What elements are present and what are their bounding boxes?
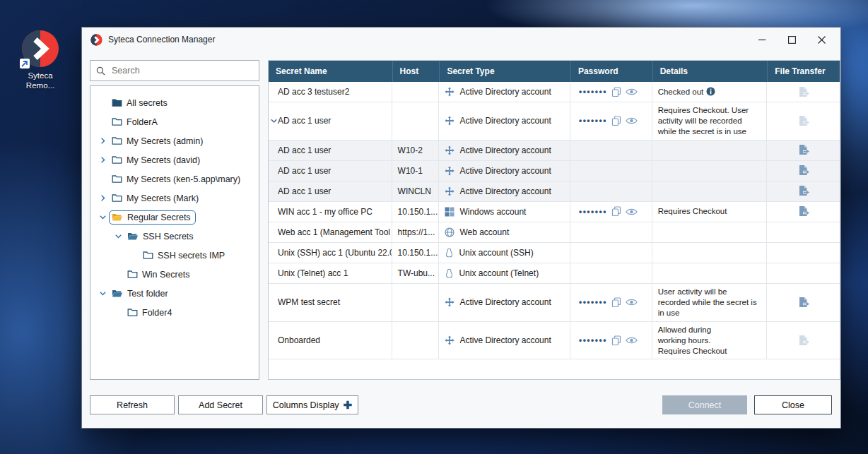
column-header-password[interactable]: Password — [570, 61, 652, 82]
search-input[interactable] — [110, 65, 253, 76]
tree-item-ssh-secrets[interactable]: SSH Secrets — [90, 227, 259, 246]
file-transfer-cell — [767, 202, 840, 222]
password-cell: ••••••• — [570, 102, 652, 140]
table-row[interactable]: AD acc 1 userActive Directory account•••… — [269, 102, 840, 141]
file-transfer-icon[interactable] — [797, 144, 810, 156]
column-header-secret-name[interactable]: Secret Name — [269, 61, 392, 82]
close-icon[interactable] — [807, 28, 836, 52]
file-transfer-cell — [767, 243, 840, 263]
host-cell: TW-ubu... — [392, 263, 440, 283]
secret-type-label: Active Directory account — [459, 166, 551, 176]
tree-item-test-folder[interactable]: Test folder — [90, 284, 259, 303]
active-directory-icon — [445, 116, 454, 126]
plus-icon: ✚ — [344, 400, 353, 410]
password-cell: ••••••• — [570, 322, 652, 359]
secret-type-label: Active Directory account — [459, 186, 551, 196]
folder-outline-icon — [127, 270, 138, 279]
tree-item-label: SSH secrets IMP — [158, 251, 225, 261]
file-transfer-cell — [767, 161, 840, 181]
file-transfer-icon[interactable] — [797, 205, 810, 217]
copy-password-icon[interactable] — [611, 206, 621, 217]
search-icon — [96, 66, 105, 76]
tree-item-label: My Secrets (admin) — [127, 136, 203, 146]
copy-password-icon[interactable] — [611, 116, 621, 126]
column-header-host[interactable]: Host — [392, 61, 440, 82]
details-cell — [652, 243, 768, 263]
tree-item-folder4[interactable]: Folder4 — [90, 303, 259, 322]
columns-display-button[interactable]: Columns Display✚ — [266, 395, 358, 414]
copy-password-icon[interactable] — [611, 297, 621, 308]
file-transfer-icon-disabled — [797, 335, 810, 347]
copy-password-icon[interactable] — [611, 87, 621, 97]
info-icon[interactable] — [706, 87, 715, 96]
tree-item-all-secrets[interactable]: All secrets — [90, 93, 259, 112]
tree-item-my-secrets-ken-5-app-mary[interactable]: My Secrets (ken-5.app\mary) — [90, 169, 259, 189]
tree-item-my-secrets-david[interactable]: My Secrets (david) — [90, 150, 259, 169]
secret-type-label: Unix account (Telnet) — [459, 268, 539, 278]
table-row[interactable]: AD acc 3 testuser2Active Directory accou… — [269, 82, 840, 102]
table-row[interactable]: AD acc 1 userW10-1Active Directory accou… — [269, 161, 840, 181]
chevron-down-icon[interactable] — [112, 232, 124, 240]
windows-icon — [445, 207, 454, 217]
copy-password-icon[interactable] — [611, 335, 621, 346]
host-cell: W10-1 — [392, 161, 440, 181]
refresh-button[interactable]: Refresh — [90, 395, 175, 414]
file-transfer-cell — [767, 263, 840, 283]
folder-outline-icon — [127, 308, 138, 317]
unix-icon — [445, 248, 454, 258]
connect-button[interactable]: Connect — [662, 395, 747, 414]
file-transfer-icon[interactable] — [797, 185, 810, 197]
table-row[interactable]: WIN acc 1 - my office PC10.150.1...Windo… — [269, 202, 840, 222]
active-directory-icon — [445, 335, 454, 345]
secret-type-cell: Windows account — [439, 202, 570, 222]
file-transfer-icon[interactable] — [797, 297, 810, 309]
tree-item-ssh-secrets-imp[interactable]: SSH secrets IMP — [90, 246, 259, 265]
maximize-icon[interactable] — [777, 28, 807, 52]
secret-type-cell: Active Directory account — [439, 161, 570, 181]
tree-item-label: Regular Secrets — [127, 213, 191, 222]
chevron-down-icon[interactable] — [97, 289, 109, 297]
tree-item-my-secrets-admin[interactable]: My Secrets (admin) — [90, 131, 259, 150]
table-row[interactable]: Web acc 1 (Management Toolhttps://1...We… — [269, 222, 840, 243]
table-row[interactable]: Unix (Telnet) acc 1TW-ubu...Unix account… — [269, 263, 840, 284]
chevron-right-icon[interactable] — [97, 194, 109, 202]
file-transfer-icon[interactable] — [797, 165, 810, 177]
show-password-eye-icon[interactable] — [626, 336, 638, 345]
minimize-icon[interactable] — [747, 28, 777, 52]
tree-item-label: Test folder — [127, 289, 168, 299]
desktop-shortcut-syteca[interactable]: Syteca Remo... — [8, 30, 72, 91]
chevron-down-icon[interactable] — [97, 213, 109, 221]
show-password-eye-icon[interactable] — [626, 298, 638, 306]
table-row[interactable]: AD acc 1 userWINCLNActive Directory acco… — [269, 181, 840, 202]
tree-item-label: All secrets — [127, 98, 168, 108]
password-cell — [570, 141, 652, 160]
tree-item-win-secrets[interactable]: Win Secrets — [90, 265, 259, 284]
column-header-file-transfer[interactable]: File Transfer — [767, 61, 840, 82]
secret-name-cell: Unix (SSH) acc 1 (Ubuntu 22.0 — [269, 243, 392, 263]
secret-type-label: Active Directory account — [459, 87, 551, 97]
close-button[interactable]: Close — [754, 395, 832, 414]
show-password-eye-icon[interactable] — [626, 88, 638, 96]
details-cell: Checked out — [652, 82, 768, 102]
chevron-right-icon[interactable] — [97, 156, 109, 164]
tree-item-label: My Secrets (david) — [127, 155, 200, 165]
add-secret-button[interactable]: Add Secret — [178, 395, 263, 414]
column-header-details[interactable]: Details — [652, 61, 768, 82]
tree-item-foldera[interactable]: FolderA — [90, 112, 259, 131]
tree-item-my-secrets-mark[interactable]: My Secrets (Mark) — [90, 189, 259, 208]
window-title: Syteca Connection Manager — [108, 35, 215, 44]
tree-item-regular-secrets[interactable]: Regular Secrets — [90, 208, 259, 227]
show-password-eye-icon[interactable] — [626, 208, 638, 216]
chevron-right-icon[interactable] — [97, 137, 109, 145]
secrets-table: Secret NameHostSecret TypePasswordDetail… — [268, 60, 840, 380]
table-row[interactable]: OnboardedActive Directory account•••••••… — [269, 322, 840, 360]
table-row[interactable]: WPM test secretActive Directory account•… — [269, 284, 840, 322]
column-header-secret-type[interactable]: Secret Type — [439, 61, 570, 82]
row-expander-chevron-down-icon[interactable] — [270, 117, 278, 125]
table-row[interactable]: Unix (SSH) acc 1 (Ubuntu 22.010.150.1...… — [269, 243, 840, 263]
file-transfer-cell — [767, 322, 840, 359]
password-cell: ••••••• — [570, 202, 652, 222]
show-password-eye-icon[interactable] — [626, 117, 638, 125]
table-row[interactable]: AD acc 1 userW10-2Active Directory accou… — [269, 141, 840, 161]
host-cell: WINCLN — [392, 181, 440, 201]
